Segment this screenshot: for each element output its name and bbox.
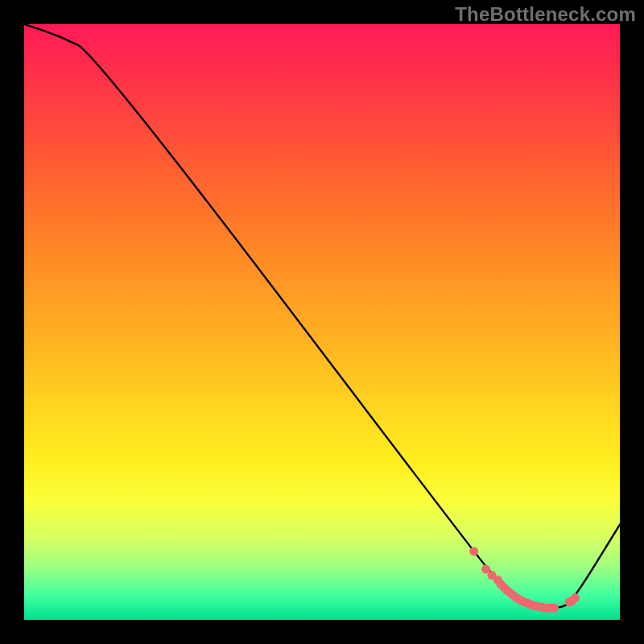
curve-marker (571, 593, 580, 602)
curve-marker (469, 547, 478, 555)
chart-frame: TheBottleneck.com (0, 0, 644, 644)
watermark-text: TheBottleneck.com (455, 3, 636, 26)
curve-marker (550, 604, 559, 613)
curve-markers (469, 547, 580, 612)
plot-svg (24, 24, 620, 620)
plot-area (24, 24, 620, 620)
bottleneck-curve (24, 24, 620, 608)
